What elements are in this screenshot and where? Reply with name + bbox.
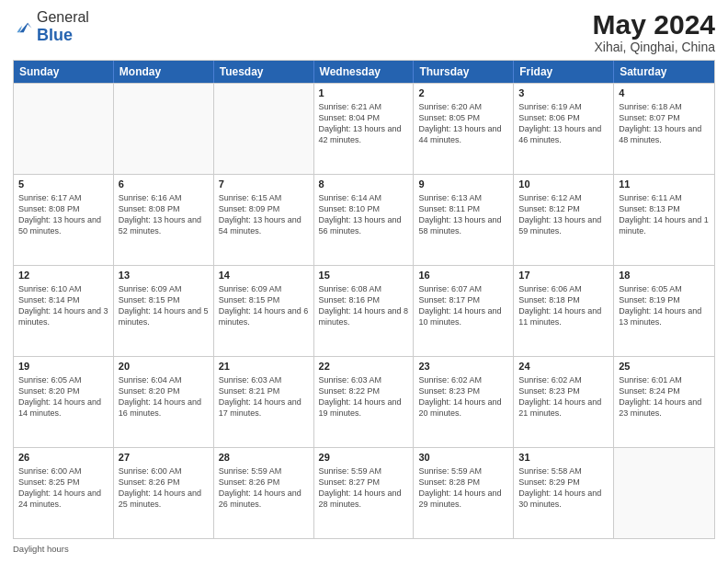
cell-day-number: 12 bbox=[18, 270, 108, 281]
cell-sun-info: Sunrise: 5:59 AM Sunset: 8:28 PM Dayligh… bbox=[418, 465, 508, 511]
cal-cell-15: 15Sunrise: 6:08 AM Sunset: 8:16 PM Dayli… bbox=[314, 266, 415, 356]
cell-day-number: 7 bbox=[219, 178, 309, 190]
day-header-thursday: Thursday bbox=[414, 61, 514, 83]
cal-cell-12: 12Sunrise: 6:10 AM Sunset: 8:14 PM Dayli… bbox=[14, 266, 114, 356]
cal-cell-28: 28Sunrise: 5:59 AM Sunset: 8:26 PM Dayli… bbox=[214, 448, 314, 538]
cal-cell-17: 17Sunrise: 6:06 AM Sunset: 8:18 PM Dayli… bbox=[514, 266, 614, 356]
footer: Daylight hours bbox=[13, 544, 715, 554]
cal-row-1: 5Sunrise: 6:17 AM Sunset: 8:08 PM Daylig… bbox=[14, 174, 714, 265]
day-header-monday: Monday bbox=[114, 61, 214, 83]
month-title: May 2024 bbox=[593, 9, 715, 40]
cal-cell-19: 19Sunrise: 6:05 AM Sunset: 8:20 PM Dayli… bbox=[14, 357, 114, 447]
cell-day-number: 29 bbox=[319, 452, 409, 463]
cell-day-number: 17 bbox=[518, 270, 609, 281]
cell-sun-info: Sunrise: 6:10 AM Sunset: 8:14 PM Dayligh… bbox=[18, 283, 108, 328]
cell-sun-info: Sunrise: 6:09 AM Sunset: 8:15 PM Dayligh… bbox=[219, 283, 309, 328]
day-header-friday: Friday bbox=[514, 61, 614, 83]
cal-cell-13: 13Sunrise: 6:09 AM Sunset: 8:15 PM Dayli… bbox=[114, 266, 214, 356]
cell-day-number: 2 bbox=[418, 87, 508, 98]
cell-day-number: 21 bbox=[219, 361, 309, 372]
cell-day-number: 26 bbox=[18, 452, 108, 463]
cell-day-number: 30 bbox=[418, 452, 508, 463]
cell-day-number: 10 bbox=[518, 178, 609, 190]
day-header-sunday: Sunday bbox=[14, 61, 114, 83]
cal-cell-empty-0-0 bbox=[14, 84, 114, 174]
cell-sun-info: Sunrise: 5:59 AM Sunset: 8:26 PM Dayligh… bbox=[219, 465, 309, 511]
cell-day-number: 6 bbox=[119, 178, 209, 190]
cell-day-number: 16 bbox=[418, 270, 508, 281]
cal-cell-29: 29Sunrise: 5:59 AM Sunset: 8:27 PM Dayli… bbox=[314, 448, 415, 538]
cell-sun-info: Sunrise: 6:21 AM Sunset: 8:04 PM Dayligh… bbox=[319, 101, 409, 146]
cell-sun-info: Sunrise: 6:04 AM Sunset: 8:20 PM Dayligh… bbox=[119, 374, 209, 419]
cell-sun-info: Sunrise: 6:09 AM Sunset: 8:15 PM Dayligh… bbox=[119, 283, 209, 328]
cell-day-number: 3 bbox=[518, 87, 609, 98]
cell-sun-info: Sunrise: 6:00 AM Sunset: 8:25 PM Dayligh… bbox=[18, 465, 108, 511]
cal-cell-20: 20Sunrise: 6:04 AM Sunset: 8:20 PM Dayli… bbox=[114, 357, 214, 447]
cell-sun-info: Sunrise: 6:17 AM Sunset: 8:08 PM Dayligh… bbox=[18, 192, 108, 237]
cell-sun-info: Sunrise: 6:07 AM Sunset: 8:17 PM Dayligh… bbox=[418, 283, 508, 328]
cell-sun-info: Sunrise: 6:16 AM Sunset: 8:08 PM Dayligh… bbox=[119, 192, 209, 237]
cal-cell-18: 18Sunrise: 6:05 AM Sunset: 8:19 PM Dayli… bbox=[614, 266, 714, 356]
calendar: SundayMondayTuesdayWednesdayThursdayFrid… bbox=[13, 60, 715, 539]
cal-cell-3: 3Sunrise: 6:19 AM Sunset: 8:06 PM Daylig… bbox=[514, 84, 614, 174]
cal-cell-empty-0-1 bbox=[114, 84, 214, 174]
day-header-tuesday: Tuesday bbox=[214, 61, 314, 83]
cell-day-number: 31 bbox=[518, 452, 609, 463]
cell-sun-info: Sunrise: 6:18 AM Sunset: 8:07 PM Dayligh… bbox=[619, 101, 710, 146]
cell-sun-info: Sunrise: 6:11 AM Sunset: 8:13 PM Dayligh… bbox=[619, 192, 710, 237]
cal-row-0: 1Sunrise: 6:21 AM Sunset: 8:04 PM Daylig… bbox=[14, 83, 714, 174]
cell-sun-info: Sunrise: 6:05 AM Sunset: 8:19 PM Dayligh… bbox=[619, 283, 710, 328]
cell-day-number: 11 bbox=[619, 178, 710, 190]
cal-cell-14: 14Sunrise: 6:09 AM Sunset: 8:15 PM Dayli… bbox=[214, 266, 314, 356]
cal-cell-5: 5Sunrise: 6:17 AM Sunset: 8:08 PM Daylig… bbox=[14, 175, 114, 265]
cell-day-number: 5 bbox=[18, 178, 108, 190]
cal-cell-25: 25Sunrise: 6:01 AM Sunset: 8:24 PM Dayli… bbox=[614, 357, 714, 447]
cell-day-number: 18 bbox=[619, 270, 710, 281]
cell-sun-info: Sunrise: 6:06 AM Sunset: 8:18 PM Dayligh… bbox=[518, 283, 609, 328]
header: General Blue May 2024 Xihai, Qinghai, Ch… bbox=[13, 9, 715, 54]
cell-sun-info: Sunrise: 6:13 AM Sunset: 8:11 PM Dayligh… bbox=[418, 192, 508, 237]
cell-day-number: 22 bbox=[319, 361, 409, 372]
cell-day-number: 24 bbox=[518, 361, 609, 372]
cell-day-number: 20 bbox=[119, 361, 209, 372]
cell-sun-info: Sunrise: 6:02 AM Sunset: 8:23 PM Dayligh… bbox=[418, 374, 508, 419]
cal-row-3: 19Sunrise: 6:05 AM Sunset: 8:20 PM Dayli… bbox=[14, 356, 714, 447]
cell-day-number: 13 bbox=[119, 270, 209, 281]
cell-day-number: 23 bbox=[418, 361, 508, 372]
day-header-saturday: Saturday bbox=[614, 61, 714, 83]
cell-day-number: 15 bbox=[319, 270, 409, 281]
cell-sun-info: Sunrise: 6:14 AM Sunset: 8:10 PM Dayligh… bbox=[319, 192, 409, 237]
cell-sun-info: Sunrise: 6:19 AM Sunset: 8:06 PM Dayligh… bbox=[518, 101, 609, 146]
cal-cell-30: 30Sunrise: 5:59 AM Sunset: 8:28 PM Dayli… bbox=[414, 448, 514, 538]
cell-sun-info: Sunrise: 6:03 AM Sunset: 8:21 PM Dayligh… bbox=[219, 374, 309, 419]
logo: General Blue bbox=[13, 9, 89, 45]
logo-blue: Blue bbox=[37, 26, 73, 44]
cal-cell-27: 27Sunrise: 6:00 AM Sunset: 8:26 PM Dayli… bbox=[114, 448, 214, 538]
cell-day-number: 27 bbox=[119, 452, 209, 463]
cal-cell-7: 7Sunrise: 6:15 AM Sunset: 8:09 PM Daylig… bbox=[214, 175, 314, 265]
calendar-header: SundayMondayTuesdayWednesdayThursdayFrid… bbox=[14, 61, 714, 83]
cal-cell-31: 31Sunrise: 5:58 AM Sunset: 8:29 PM Dayli… bbox=[514, 448, 614, 538]
cell-day-number: 1 bbox=[319, 87, 409, 98]
cell-sun-info: Sunrise: 6:15 AM Sunset: 8:09 PM Dayligh… bbox=[219, 192, 309, 237]
cal-cell-empty-4-6 bbox=[614, 448, 714, 538]
cell-sun-info: Sunrise: 6:20 AM Sunset: 8:05 PM Dayligh… bbox=[418, 101, 508, 146]
cell-day-number: 28 bbox=[219, 452, 309, 463]
logo-text: General Blue bbox=[37, 9, 89, 45]
footer-label: Daylight hours bbox=[13, 544, 69, 554]
cell-day-number: 19 bbox=[18, 361, 108, 372]
page: General Blue May 2024 Xihai, Qinghai, Ch… bbox=[0, 0, 728, 563]
calendar-body: 1Sunrise: 6:21 AM Sunset: 8:04 PM Daylig… bbox=[14, 83, 714, 538]
cell-sun-info: Sunrise: 6:05 AM Sunset: 8:20 PM Dayligh… bbox=[18, 374, 108, 419]
day-header-wednesday: Wednesday bbox=[314, 61, 415, 83]
cell-day-number: 8 bbox=[319, 178, 409, 190]
cell-sun-info: Sunrise: 6:02 AM Sunset: 8:23 PM Dayligh… bbox=[518, 374, 609, 419]
cal-cell-10: 10Sunrise: 6:12 AM Sunset: 8:12 PM Dayli… bbox=[514, 175, 614, 265]
cell-day-number: 9 bbox=[418, 178, 508, 190]
cal-cell-11: 11Sunrise: 6:11 AM Sunset: 8:13 PM Dayli… bbox=[614, 175, 714, 265]
cell-sun-info: Sunrise: 5:58 AM Sunset: 8:29 PM Dayligh… bbox=[518, 465, 609, 511]
cell-sun-info: Sunrise: 6:08 AM Sunset: 8:16 PM Dayligh… bbox=[319, 283, 409, 328]
cell-sun-info: Sunrise: 6:12 AM Sunset: 8:12 PM Dayligh… bbox=[518, 192, 609, 237]
cell-day-number: 4 bbox=[619, 87, 710, 98]
cal-cell-21: 21Sunrise: 6:03 AM Sunset: 8:21 PM Dayli… bbox=[214, 357, 314, 447]
